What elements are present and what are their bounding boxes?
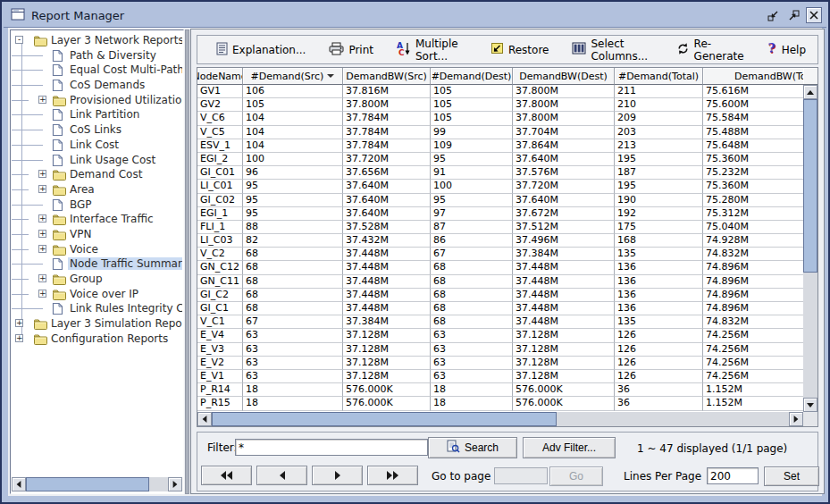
tree-item-link-rules-integrity-che[interactable]: Link Rules Integrity Che	[12, 301, 182, 316]
scroll-left-icon[interactable]	[197, 412, 212, 426]
column-header-demand-dest[interactable]: #Demand(Dest)	[431, 68, 513, 85]
table-row[interactable]: GI_C26837.448M6837.448M13674.896M	[197, 289, 803, 302]
search-button[interactable]: Search	[428, 437, 517, 458]
table-vscrollbar-track[interactable]	[803, 273, 817, 398]
table-row[interactable]: FLI_18837.528M8737.512M17575.040M	[197, 221, 803, 234]
tree-item-layer-3-simulation-reports[interactable]: +Layer 3 Simulation Reports	[12, 316, 182, 332]
table-vertical-scrollbar[interactable]	[803, 85, 817, 412]
maximize-icon[interactable]	[785, 7, 801, 23]
close-icon[interactable]	[806, 7, 822, 23]
expand-toggle-icon[interactable]: +	[38, 214, 46, 223]
expand-toggle-icon[interactable]: +	[15, 334, 23, 342]
tree-item-area[interactable]: +Area	[12, 182, 182, 197]
tree-horizontal-scrollbar[interactable]	[12, 477, 182, 491]
table-row[interactable]: LI_C038237.432M8637.496M16874.928M	[197, 234, 803, 248]
tree-item-interface-traffic[interactable]: +Interface Traffic	[12, 212, 182, 227]
table-row[interactable]: GN_C116837.448M6837.448M13674.896M	[197, 275, 803, 289]
tree-item-demand-cost[interactable]: +Demand Cost	[12, 167, 182, 182]
tree-item-group[interactable]: +Group	[12, 272, 182, 287]
tree-item-voice[interactable]: +Voice	[12, 242, 182, 257]
window-titlebar[interactable]: Report Manager	[4, 4, 826, 28]
previous-page-button[interactable]	[256, 466, 307, 485]
column-header-demand-src[interactable]: #Demand(Src)	[243, 68, 343, 85]
panel-divider[interactable]	[185, 29, 189, 494]
table-row[interactable]: P_R1418576.000K18576.000K361.152M	[197, 383, 803, 397]
table-row[interactable]: P_R1518576.000K18576.000K361.152M	[197, 397, 803, 410]
expand-toggle-icon[interactable]: +	[38, 274, 46, 282]
scroll-down-icon[interactable]	[803, 398, 817, 412]
expand-toggle-icon[interactable]: +	[38, 245, 46, 253]
table-row[interactable]: EGI_19537.640M9737.672M19275.312M	[197, 207, 803, 221]
adv-filter-button[interactable]: Adv Filter...	[523, 437, 616, 458]
tree-item-cos-demands[interactable]: CoS Demands	[12, 78, 182, 93]
table-cell: 95	[243, 207, 343, 221]
next-page-button[interactable]	[312, 466, 363, 485]
table-cell: 190	[615, 194, 703, 207]
expand-toggle-icon[interactable]: +	[38, 290, 46, 298]
last-page-button[interactable]	[367, 466, 418, 485]
column-header-demandbw-total[interactable]: DemandBW(Total)	[703, 68, 803, 85]
table-row[interactable]: GV210537.800M10537.800M21075.600M	[197, 98, 803, 112]
expand-toggle-icon[interactable]: +	[38, 230, 46, 238]
tree-item-vpn[interactable]: +VPN	[12, 227, 182, 242]
tree-item-cos-links[interactable]: CoS Links	[12, 122, 182, 138]
tree-item-bgp[interactable]: BGP	[12, 197, 182, 213]
restore-button[interactable]: Restore	[478, 36, 561, 63]
expand-toggle-icon[interactable]: +	[38, 96, 46, 104]
table-row[interactable]: V_C16737.384M6837.448M13574.832M	[197, 315, 803, 329]
tree-item-link-cost[interactable]: Link Cost	[12, 138, 182, 153]
table-row[interactable]: V_C510437.784M9937.704M20375.488M	[197, 126, 803, 139]
help-button[interactable]: ??Help	[756, 36, 817, 63]
table-row[interactable]: E_V16337.128M6337.128M12674.256M	[197, 370, 803, 383]
table-row[interactable]: E_V46337.128M6337.128M12674.256M	[197, 329, 803, 342]
multiple-sort-button[interactable]: ACMultiple Sort...	[385, 36, 478, 63]
table-row[interactable]: GI_C019637.656M9137.576M18775.232M	[197, 166, 803, 180]
tree-item-link-partition[interactable]: Link Partition	[12, 107, 182, 122]
table-row[interactable]: E_V26337.128M6337.128M12674.256M	[197, 357, 803, 370]
table-hscrollbar-thumb[interactable]	[212, 412, 557, 426]
tree-scrollbar-thumb[interactable]	[26, 477, 149, 491]
column-header-demand-total[interactable]: #Demand(Total)	[615, 68, 703, 85]
tree-item-voice-over-ip[interactable]: +Voice over IP	[12, 287, 182, 302]
table-row[interactable]: GI_C16837.448M6837.448M13674.896M	[197, 302, 803, 315]
table-hscrollbar-track[interactable]	[557, 412, 789, 426]
expand-toggle-icon[interactable]: +	[38, 185, 46, 193]
select-columns-button[interactable]: Select Columns...	[560, 36, 664, 63]
table-row[interactable]: V_C26837.448M6737.384M13574.832M	[197, 248, 803, 261]
set-button[interactable]: Set	[764, 466, 819, 486]
column-header-nodename[interactable]: NodeName	[197, 68, 243, 85]
table-row[interactable]: ESV_110437.784M10937.864M21375.648M	[197, 139, 803, 153]
table-row[interactable]: GV110637.816M10537.800M21175.616M	[197, 85, 803, 98]
scroll-left-icon[interactable]	[12, 477, 26, 491]
lines-per-page-input[interactable]	[707, 467, 759, 484]
explanation-button[interactable]: Explanation...	[205, 36, 317, 63]
tree-scrollbar-track[interactable]	[149, 477, 168, 491]
tree-item-link-usage-cost[interactable]: Link Usage Cost	[12, 153, 182, 168]
table-row[interactable]: V_C610437.784M10537.800M20975.584M	[197, 112, 803, 125]
table-row[interactable]: LI_C019537.640M10037.720M19575.360M	[197, 180, 803, 193]
column-header-demandbw-dest[interactable]: DemandBW(Dest)	[513, 68, 615, 85]
filter-input[interactable]	[235, 439, 428, 456]
tree-item-node-traffic-summary[interactable]: Node Traffic Summary	[12, 256, 182, 272]
scroll-right-icon[interactable]	[789, 412, 803, 426]
tree-item-configuration-reports[interactable]: +Configuration Reports	[12, 332, 182, 347]
scroll-right-icon[interactable]	[168, 477, 182, 491]
table-row[interactable]: GN_C126837.448M6837.448M13674.896M	[197, 261, 803, 274]
table-row[interactable]: E_V36337.128M6337.128M12674.256M	[197, 343, 803, 357]
table-horizontal-scrollbar[interactable]	[197, 412, 803, 426]
tree-item-layer-3-network-reports[interactable]: -Layer 3 Network Reports	[12, 33, 182, 48]
scroll-up-icon[interactable]	[803, 85, 817, 99]
table-row[interactable]: EGI_210037.720M9537.640M19575.360M	[197, 153, 803, 166]
first-page-button[interactable]	[201, 466, 252, 485]
tree-item-equal-cost-multi-path[interactable]: Equal Cost Multi-Path	[12, 63, 182, 78]
table-row[interactable]: GI_C029537.640M9537.640M19075.280M	[197, 194, 803, 207]
collapse-toggle-icon[interactable]: -	[15, 36, 23, 44]
table-vscrollbar-thumb[interactable]	[803, 99, 817, 273]
tree-item-provisioned-utilization[interactable]: +Provisioned Utilization	[12, 93, 182, 108]
expand-toggle-icon[interactable]: +	[15, 319, 23, 327]
print-button[interactable]: Print	[317, 36, 385, 63]
expand-toggle-icon[interactable]: +	[38, 170, 46, 178]
minimize-icon[interactable]	[765, 7, 781, 23]
re-generate-button[interactable]: Re-Generate	[665, 36, 756, 63]
column-header-demandbw-src[interactable]: DemandBW(Src)	[343, 68, 431, 85]
